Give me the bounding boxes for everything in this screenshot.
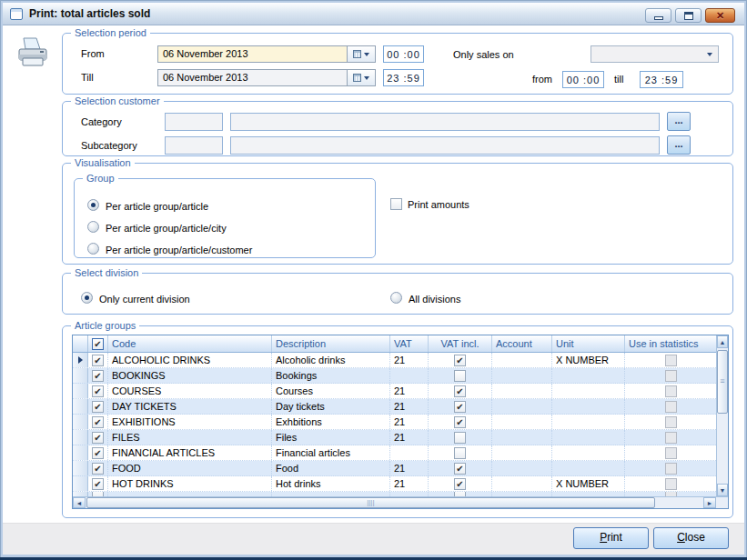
sales-from-time-field[interactable]: 00 :00 — [562, 71, 604, 88]
row-checkbox[interactable] — [92, 432, 104, 444]
print-button[interactable]: Print — [573, 527, 649, 549]
row-selector[interactable] — [73, 445, 88, 460]
only-sales-on-dropdown[interactable] — [591, 45, 719, 63]
scroll-up-icon[interactable]: ▲ — [717, 335, 728, 348]
row-checkbox[interactable] — [92, 463, 104, 475]
row-checkbox-cell — [88, 430, 108, 445]
row-checkbox[interactable] — [92, 370, 104, 382]
scroll-left-icon[interactable]: ◄ — [73, 497, 86, 508]
cell-account — [492, 461, 552, 475]
row-checkbox[interactable] — [92, 355, 104, 366]
cell-vat-incl — [429, 445, 492, 460]
scroll-right-icon[interactable]: ► — [703, 497, 716, 508]
radio-only-current-division[interactable] — [81, 292, 93, 304]
table-row[interactable]: BOOKINGSBookings — [73, 368, 716, 384]
vat-incl-checkbox — [454, 432, 466, 444]
horizontal-scroll-track[interactable]: |||| — [86, 497, 703, 508]
cell-use-in-statistics — [625, 476, 716, 491]
table-row[interactable]: EXHIBITIONSExhbitions21 — [73, 415, 716, 430]
category-browse-button[interactable]: ... — [667, 112, 691, 131]
row-selector[interactable] — [73, 476, 88, 491]
close-dialog-button[interactable]: Close — [653, 527, 729, 549]
row-checkbox[interactable] — [92, 447, 104, 459]
table-row[interactable]: DAY TICKETSDay tickets21 — [73, 399, 716, 415]
row-checkbox[interactable] — [92, 478, 104, 490]
row-checkbox-cell — [88, 384, 108, 398]
close-button[interactable]: ✕ — [705, 8, 735, 23]
sales-till-time-field[interactable]: 23 :59 — [640, 71, 683, 88]
row-checkbox[interactable] — [92, 401, 104, 413]
till-date-value[interactable]: 06 November 2013 — [158, 70, 347, 85]
radio-all-divisions[interactable] — [390, 292, 402, 304]
header-description[interactable]: Description — [272, 335, 390, 352]
till-date-calendar-button[interactable] — [347, 70, 375, 85]
vertical-scroll-track[interactable]: ≡ — [717, 348, 728, 484]
vat-incl-checkbox — [454, 416, 466, 428]
article-groups-legend: Article groups — [71, 320, 139, 331]
table-row[interactable]: HOT DRINKSHot drinks21X NUMBER — [73, 476, 716, 492]
minimize-button[interactable] — [645, 8, 671, 23]
vat-incl-checkbox — [454, 447, 466, 459]
row-selector[interactable] — [73, 399, 88, 414]
subcategory-browse-button[interactable]: ... — [667, 135, 691, 155]
scrollbar-corner — [716, 497, 728, 508]
radio-per-article-group-article[interactable] — [87, 199, 99, 211]
maximize-button[interactable] — [675, 8, 702, 23]
from-date-picker[interactable]: 06 November 2013 — [157, 45, 376, 63]
vertical-scroll-thumb[interactable]: ≡ — [717, 350, 728, 414]
header-vat-incl[interactable]: VAT incl. — [429, 335, 492, 352]
table-row[interactable]: COURSESCourses21 — [73, 384, 716, 399]
cell-code: ALCOHOLIC DRINKS — [108, 353, 272, 367]
selection-customer-group: Selection customer Category ... Subcateg… — [62, 101, 733, 156]
cell-account — [492, 384, 552, 398]
row-selector[interactable] — [73, 430, 88, 445]
maximize-icon — [684, 12, 693, 20]
title-bar[interactable]: Print: total articles sold ✕ — [3, 3, 744, 25]
horizontal-scroll-thumb[interactable]: |||| — [86, 497, 655, 508]
table-row[interactable]: FINANCIAL ARTICLESFinancial articles — [73, 445, 716, 461]
vertical-scrollbar[interactable]: ▲ ≡ ▼ — [716, 335, 728, 496]
table-header-row[interactable]: Code Description VAT VAT incl. Account U… — [73, 335, 716, 353]
category-name-field[interactable] — [230, 113, 660, 131]
row-selector[interactable] — [73, 368, 88, 383]
subcategory-label: Subcategory — [81, 140, 137, 151]
from-date-calendar-button[interactable] — [347, 46, 375, 62]
table-row[interactable]: ALCOHOLIC DRINKSAlcoholic drinks21X NUMB… — [73, 353, 716, 368]
select-division-legend: Select division — [71, 267, 142, 278]
row-selector[interactable] — [73, 353, 88, 367]
till-date-picker[interactable]: 06 November 2013 — [157, 69, 376, 86]
cell-unit — [552, 461, 625, 475]
cell-vat: 21 — [390, 415, 429, 429]
cell-unit — [552, 368, 625, 383]
print-amounts-checkbox[interactable] — [390, 198, 402, 210]
subcategory-code-field[interactable] — [165, 136, 223, 155]
cell-vat: 21 — [390, 384, 429, 398]
subcategory-name-field[interactable] — [230, 136, 660, 155]
radio-per-article-group-article-customer[interactable] — [87, 243, 99, 255]
category-label: Category — [81, 116, 122, 127]
row-selector[interactable] — [73, 415, 88, 429]
row-checkbox[interactable] — [92, 385, 104, 397]
table-row[interactable]: FOODFood21 — [73, 461, 716, 476]
cell-use-in-statistics — [625, 445, 716, 460]
table-row[interactable]: FILESFiles21 — [73, 430, 716, 445]
header-use-in-statistics[interactable]: Use in statistics — [625, 335, 716, 352]
header-unit[interactable]: Unit — [552, 335, 625, 352]
cell-description: Alcoholic drinks — [272, 353, 390, 367]
from-date-value[interactable]: 06 November 2013 — [158, 46, 347, 62]
horizontal-scrollbar[interactable]: ◄ |||| ► — [73, 497, 716, 508]
header-code[interactable]: Code — [108, 335, 272, 352]
header-account[interactable]: Account — [492, 335, 552, 352]
scroll-down-icon[interactable]: ▼ — [717, 484, 728, 496]
header-vat[interactable]: VAT — [390, 335, 429, 352]
category-code-field[interactable] — [165, 113, 223, 131]
row-checkbox[interactable] — [92, 416, 104, 428]
from-time-field[interactable]: 00 :00 — [383, 45, 424, 63]
cell-unit — [552, 384, 625, 398]
row-selector[interactable] — [73, 461, 88, 475]
cell-unit — [552, 415, 625, 429]
radio-per-article-group-article-city[interactable] — [87, 221, 99, 233]
till-time-field[interactable]: 23 :59 — [383, 69, 424, 86]
row-selector[interactable] — [73, 384, 88, 398]
select-all-checkbox[interactable] — [92, 338, 104, 350]
